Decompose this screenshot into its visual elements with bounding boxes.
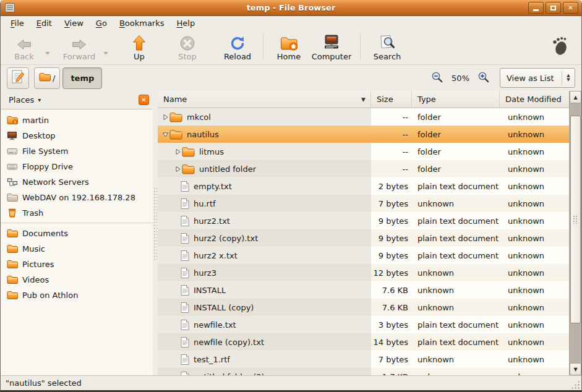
sidebar-item-documents[interactable]: Documents <box>1 226 153 241</box>
table-row[interactable]: empty.txt2 bytesplain text documentunkno… <box>158 177 569 195</box>
folder-icon <box>6 291 18 300</box>
table-row[interactable]: mkcol--folderunknown <box>158 108 569 126</box>
sidebar-item-label: Network Servers <box>22 177 89 187</box>
close-button[interactable]: ✕ <box>563 2 578 14</box>
minimize-button[interactable] <box>528 2 544 14</box>
toolbar-separator <box>360 33 361 59</box>
window-resize-grip[interactable] <box>571 380 580 389</box>
menu-file[interactable]: File <box>4 17 30 29</box>
folder-icon <box>6 229 18 238</box>
zoom-level: 50% <box>451 74 469 83</box>
scrollbar-thumb[interactable] <box>570 116 581 323</box>
file-size: 7 bytes <box>371 351 412 368</box>
location-bar: / temp 50% View as List ▲▼ <box>1 65 581 91</box>
up-button[interactable]: Up <box>124 32 154 61</box>
computer-button[interactable]: Computer <box>309 32 354 61</box>
table-row[interactable]: newfile.txt3 bytesplain text documentunk… <box>158 316 569 333</box>
file-name: hurz3 <box>194 268 216 278</box>
forward-button[interactable]: Forward <box>59 32 100 61</box>
scroll-up-button[interactable]: ▲ <box>570 91 581 103</box>
sidebar-close-button[interactable]: ✕ <box>139 95 149 105</box>
table-row[interactable]: test_1.rtf7 bytesunknownunknown <box>158 351 569 368</box>
vertical-scrollbar[interactable]: ▲ ▼ <box>569 91 581 375</box>
column-header-date-modified[interactable]: Date Modified <box>500 91 569 108</box>
file-type: plain text document <box>412 247 500 264</box>
expander-collapsed-icon[interactable] <box>173 166 182 173</box>
sidebar-mode-button[interactable]: Places ▾ ✕ <box>1 91 153 109</box>
table-row[interactable]: hurz312 bytesunknownunknown <box>158 264 569 281</box>
folder-icon <box>169 129 182 140</box>
file-size: 7.6 KB <box>371 281 412 299</box>
file-name: hu.rtf <box>194 199 216 208</box>
path-button-temp[interactable]: temp <box>62 67 102 89</box>
sidebar-item-videos[interactable]: Videos <box>1 272 153 288</box>
root-folder-button[interactable]: / <box>34 67 60 89</box>
expander-expanded-icon[interactable] <box>161 131 169 138</box>
text-file-icon <box>181 320 189 330</box>
expander-collapsed-icon[interactable] <box>173 148 182 155</box>
scroll-down-button[interactable]: ▼ <box>570 363 581 375</box>
table-row[interactable]: hu.rtf7 bytesunknownunknown <box>158 195 569 212</box>
file-size: 3 bytes <box>371 316 412 333</box>
edit-location-button[interactable] <box>7 67 29 89</box>
column-header-type[interactable]: Type <box>412 91 500 108</box>
menu-help[interactable]: Help <box>171 17 202 29</box>
sidebar-item-pub-on-athlon[interactable]: Pub on Athlon <box>1 288 153 303</box>
sidebar-item-floppy-drive[interactable]: Floppy Drive <box>1 159 153 174</box>
reload-button[interactable]: Reload <box>218 32 257 61</box>
places-sidebar: Places ▾ ✕ martinDesktopFile SystemFlopp… <box>1 91 153 375</box>
status-text: "nautilus" selected <box>6 378 82 388</box>
table-row[interactable]: untitled folder--folderunknown <box>158 160 569 177</box>
file-size: -- <box>371 143 412 160</box>
sidebar-resize-handle[interactable] <box>153 91 158 375</box>
up-icon <box>132 34 146 51</box>
menu-edit[interactable]: Edit <box>30 17 58 29</box>
zoom-out-button[interactable] <box>431 71 443 85</box>
home-button[interactable]: Home <box>272 32 306 61</box>
menu-go[interactable]: Go <box>90 17 113 29</box>
back-button[interactable]: Back <box>7 32 41 61</box>
toolbar-separator <box>263 33 263 59</box>
sidebar-item-network-servers[interactable]: Network Servers <box>1 174 153 190</box>
folder-icon <box>6 275 18 284</box>
table-row[interactable]: hurz2 (copy).txt9 bytesplain text docume… <box>158 229 569 247</box>
text-file-icon <box>181 233 189 244</box>
sidebar-item-music[interactable]: Music <box>1 241 153 257</box>
menu-view[interactable]: View <box>58 17 90 29</box>
file-type: unknown <box>412 299 500 316</box>
table-row[interactable]: hurz2.txt9 bytesplain text documentunkno… <box>158 212 569 229</box>
window-menu-icon[interactable] <box>5 3 15 12</box>
file-date-modified: unknown <box>500 108 569 126</box>
table-row[interactable]: nautilus--folderunknown <box>158 126 569 143</box>
forward-history-dropdown-icon[interactable] <box>103 52 108 55</box>
view-mode-select[interactable]: View as List ▲▼ <box>500 68 575 88</box>
folder-icon <box>169 112 182 122</box>
sidebar-item-file-system[interactable]: File System <box>1 143 153 159</box>
table-row[interactable]: INSTALL7.6 KBunknownunknown <box>158 281 569 299</box>
root-label: / <box>53 74 55 83</box>
search-button[interactable]: Search <box>369 32 405 61</box>
table-row[interactable]: INSTALL (copy)7.6 KBunknownunknown <box>158 299 569 316</box>
table-row[interactable]: newfile (copy).txt14 bytesplain text doc… <box>158 333 569 351</box>
scrollbar-trough[interactable] <box>570 103 581 363</box>
sidebar-item-trash[interactable]: Trash <box>1 205 153 221</box>
sidebar-item-desktop[interactable]: Desktop <box>1 128 153 143</box>
zoom-in-button[interactable] <box>477 71 490 85</box>
stop-button[interactable]: Stop <box>173 32 202 61</box>
expander-collapsed-icon[interactable] <box>161 114 169 121</box>
text-file-icon <box>181 198 189 209</box>
table-row[interactable]: hurz2 x.txt9 bytesplain text documentunk… <box>158 247 569 264</box>
table-row[interactable]: untitled folder (2)1.7 KBunknownunknown <box>158 368 569 375</box>
search-icon <box>379 34 396 51</box>
file-name: nautilus <box>187 130 219 139</box>
maximize-button[interactable] <box>546 2 561 14</box>
table-row[interactable]: litmus--folderunknown <box>158 143 569 160</box>
sidebar-item-martin[interactable]: martin <box>1 113 153 128</box>
menu-bookmarks[interactable]: Bookmarks <box>113 17 171 29</box>
file-date-modified: unknown <box>500 229 569 247</box>
column-header-size[interactable]: Size <box>371 91 412 108</box>
sidebar-item-webdav-on-192-168-178-28[interactable]: WebDAV on 192.168.178.28 <box>1 190 153 205</box>
column-header-name[interactable]: Name ▼ <box>158 91 371 108</box>
back-history-dropdown-icon[interactable] <box>45 52 50 55</box>
sidebar-item-pictures[interactable]: Pictures <box>1 257 153 272</box>
